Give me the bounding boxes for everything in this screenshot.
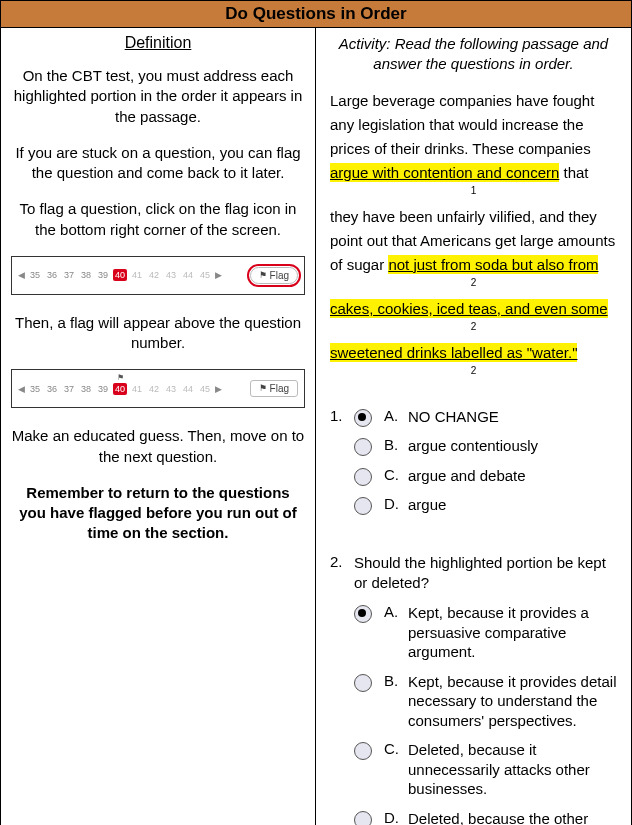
nav-num[interactable]: 35 xyxy=(28,270,42,280)
nav-num[interactable]: 42 xyxy=(147,270,161,280)
prev-arrow-icon[interactable]: ◀ xyxy=(18,270,25,280)
option-text: argue xyxy=(408,495,617,515)
nav-num[interactable]: 39 xyxy=(96,270,110,280)
definition-heading: Definition xyxy=(11,34,305,52)
option-text: argue and debate xyxy=(408,466,617,486)
definition-p3: To flag a question, click on the flag ic… xyxy=(11,199,305,240)
next-arrow-icon[interactable]: ▶ xyxy=(215,384,222,394)
question-2: 2. Should the highlighted portion be kep… xyxy=(330,553,617,826)
answer-option[interactable]: B.argue contentiously xyxy=(354,436,617,456)
option-letter: B. xyxy=(384,672,408,689)
flag-above-icon: ⚑ xyxy=(117,373,124,382)
flag-icon: ⚑ xyxy=(259,384,267,393)
definition-p2: If you are stuck on a question, you can … xyxy=(11,143,305,184)
nav-num[interactable]: 45 xyxy=(198,270,212,280)
two-column-layout: Definition On the CBT test, you must add… xyxy=(1,28,631,825)
question-nav-strip-2: ◀ 35 36 37 38 39 ⚑ 40 41 42 43 44 45 ▶ xyxy=(11,369,305,408)
flag-label: Flag xyxy=(270,270,289,281)
nav-num[interactable]: 43 xyxy=(164,270,178,280)
nav-num[interactable]: 37 xyxy=(62,270,76,280)
nav-num[interactable]: 41 xyxy=(130,384,144,394)
nav-num-current[interactable]: 40 xyxy=(113,269,127,281)
subscript-2a: 2 xyxy=(330,275,617,291)
answer-option[interactable]: B.Kept, because it provides detail neces… xyxy=(354,672,617,731)
radio-icon[interactable] xyxy=(354,497,372,515)
answer-option[interactable]: D.argue xyxy=(354,495,617,515)
activity-column: Activity: Read the following passage and… xyxy=(316,28,631,825)
option-text: argue contentiously xyxy=(408,436,617,456)
title-bar: Do Questions in Order xyxy=(1,1,631,28)
definition-p1: On the CBT test, you must address each h… xyxy=(11,66,305,127)
question-numbers: ◀ 35 36 37 38 39 40 41 42 43 44 45 ▶ xyxy=(18,269,222,281)
passage-text: that xyxy=(559,164,588,181)
option-letter: D. xyxy=(384,495,408,512)
option-letter: A. xyxy=(384,407,408,424)
next-arrow-icon[interactable]: ▶ xyxy=(215,270,222,280)
highlight-2c: sweetened drinks labelled as "water." xyxy=(330,343,577,362)
passage-text: Large beverage companies have fought any… xyxy=(330,92,594,157)
definition-p5: Make an educated guess. Then, move on to… xyxy=(11,426,305,467)
option-text: Kept, because it provides a persuasive c… xyxy=(408,603,617,662)
option-text: Deleted, because the other sugared foods… xyxy=(408,809,617,826)
radio-icon[interactable] xyxy=(354,438,372,456)
flag-icon: ⚑ xyxy=(259,271,267,280)
nav-num-current-flagged[interactable]: ⚑ 40 xyxy=(113,383,127,395)
highlight-1: argue with contention and concern xyxy=(330,163,559,182)
option-letter: C. xyxy=(384,466,408,483)
option-text: Deleted, because it unnecessarily attack… xyxy=(408,740,617,799)
passage: Large beverage companies have fought any… xyxy=(330,89,617,379)
radio-icon[interactable] xyxy=(354,468,372,486)
question-1: 1. A.NO CHANGEB.argue contentiouslyC.arg… xyxy=(330,407,617,525)
question-stem: Should the highlighted portion be kept o… xyxy=(354,553,617,594)
answer-option[interactable]: A.Kept, because it provides a persuasive… xyxy=(354,603,617,662)
activity-heading: Activity: Read the following passage and… xyxy=(330,34,617,75)
answer-option[interactable]: C.argue and debate xyxy=(354,466,617,486)
definition-column: Definition On the CBT test, you must add… xyxy=(1,28,316,825)
nav-num[interactable]: 36 xyxy=(45,270,59,280)
option-text: Kept, because it provides detail necessa… xyxy=(408,672,617,731)
nav-num[interactable]: 39 xyxy=(96,384,110,394)
definition-p4: Then, a flag will appear above the quest… xyxy=(11,313,305,354)
subscript-2c: 2 xyxy=(330,363,617,379)
radio-icon[interactable] xyxy=(354,742,372,760)
question-numbers: ◀ 35 36 37 38 39 ⚑ 40 41 42 43 44 45 ▶ xyxy=(18,383,222,395)
nav-num[interactable]: 44 xyxy=(181,384,195,394)
nav-num[interactable]: 41 xyxy=(130,270,144,280)
nav-num[interactable]: 38 xyxy=(79,270,93,280)
question-nav-strip-1: ◀ 35 36 37 38 39 40 41 42 43 44 45 ▶ ⚑ F… xyxy=(11,256,305,295)
answer-option[interactable]: D.Deleted, because the other sugared foo… xyxy=(354,809,617,826)
definition-p6: Remember to return to the questions you … xyxy=(11,483,305,544)
radio-icon[interactable] xyxy=(354,811,372,826)
answer-option[interactable]: A.NO CHANGE xyxy=(354,407,617,427)
nav-num[interactable]: 36 xyxy=(45,384,59,394)
nav-num[interactable]: 45 xyxy=(198,384,212,394)
nav-num[interactable]: 38 xyxy=(79,384,93,394)
radio-icon[interactable] xyxy=(354,674,372,692)
option-text: NO CHANGE xyxy=(408,407,617,427)
nav-num[interactable]: 44 xyxy=(181,270,195,280)
nav-num[interactable]: 35 xyxy=(28,384,42,394)
answer-option[interactable]: C.Deleted, because it unnecessarily atta… xyxy=(354,740,617,799)
subscript-2b: 2 xyxy=(330,319,617,335)
option-letter: A. xyxy=(384,603,408,620)
option-letter: C. xyxy=(384,740,408,757)
highlight-2b: cakes, cookies, iced teas, and even some xyxy=(330,299,608,318)
subscript-1: 1 xyxy=(330,183,617,199)
radio-icon[interactable] xyxy=(354,409,372,427)
flag-button[interactable]: ⚑ Flag xyxy=(250,380,298,397)
option-letter: B. xyxy=(384,436,408,453)
worksheet-page: Do Questions in Order Definition On the … xyxy=(0,0,632,825)
nav-num[interactable]: 37 xyxy=(62,384,76,394)
nav-num-current-label: 40 xyxy=(115,384,125,394)
nav-num[interactable]: 43 xyxy=(164,384,178,394)
option-letter: D. xyxy=(384,809,408,826)
flag-button[interactable]: ⚑ Flag xyxy=(250,267,298,284)
highlight-2a: not just from soda but also from xyxy=(388,255,598,274)
prev-arrow-icon[interactable]: ◀ xyxy=(18,384,25,394)
flag-label: Flag xyxy=(270,383,289,394)
question-number: 1. xyxy=(330,407,354,525)
question-number: 2. xyxy=(330,553,354,826)
radio-icon[interactable] xyxy=(354,605,372,623)
nav-num[interactable]: 42 xyxy=(147,384,161,394)
